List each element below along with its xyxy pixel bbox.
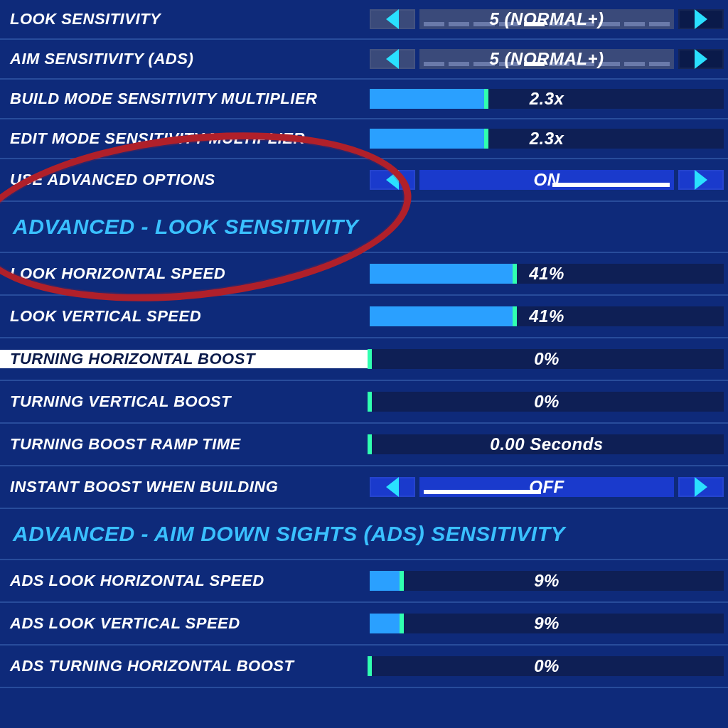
- slider-handle[interactable]: [513, 264, 517, 284]
- slider-handle[interactable]: [368, 349, 372, 369]
- chevron-left-icon[interactable]: [370, 170, 415, 190]
- slider[interactable]: 41%: [370, 264, 728, 284]
- toggle-value: ON: [534, 170, 560, 190]
- slider-track[interactable]: 0%: [370, 656, 724, 676]
- chevron-right-icon[interactable]: [678, 9, 724, 29]
- chevron-left-icon[interactable]: [370, 49, 415, 69]
- toggle-track[interactable]: OFF: [419, 477, 674, 497]
- row-ads-look-horizontal-speed[interactable]: ADS LOOK HORIZONTAL SPEED 9%: [0, 560, 728, 603]
- slider-track[interactable]: 0%: [370, 349, 724, 369]
- chevron-left-icon[interactable]: [370, 477, 415, 497]
- slider-handle[interactable]: [513, 306, 517, 326]
- slider-fill: [370, 129, 486, 149]
- slider-fill: [370, 264, 515, 284]
- row-aim-sensitivity[interactable]: AIM SENSITIVITY (ADS) 5 (NORMAL+): [0, 40, 728, 80]
- slider-fill: [370, 89, 486, 109]
- chevron-left-icon[interactable]: [370, 9, 415, 29]
- slider-track[interactable]: 2.3x: [370, 129, 724, 149]
- label: USE ADVANCED OPTIONS: [0, 171, 370, 189]
- row-ads-turning-horizontal-boost[interactable]: ADS TURNING HORIZONTAL BOOST 0%: [0, 646, 728, 688]
- toggle[interactable]: OFF: [370, 477, 728, 497]
- row-look-vertical-speed[interactable]: LOOK VERTICAL SPEED 41%: [0, 296, 728, 338]
- slider-value: 2.3x: [530, 89, 564, 109]
- label: EDIT MODE SENSITIVITY MULTIPLIER: [0, 129, 370, 148]
- row-look-horizontal-speed[interactable]: LOOK HORIZONTAL SPEED 41%: [0, 253, 728, 296]
- slider[interactable]: 9%: [370, 614, 728, 633]
- slider-value: 0%: [534, 349, 560, 369]
- slider-track[interactable]: 9%: [370, 614, 724, 633]
- stepper-track[interactable]: 5 (NORMAL+): [419, 9, 674, 29]
- row-turning-boost-ramp-time[interactable]: TURNING BOOST RAMP TIME 0.00 Seconds: [0, 424, 728, 466]
- section-header-advanced-ads: ADVANCED - AIM DOWN SIGHTS (ADS) SENSITI…: [0, 509, 728, 560]
- section-header-advanced-look: ADVANCED - LOOK SENSITIVITY: [0, 202, 728, 253]
- row-ads-look-vertical-speed[interactable]: ADS LOOK VERTICAL SPEED 9%: [0, 603, 728, 646]
- slider-fill: [370, 306, 515, 326]
- row-edit-multiplier[interactable]: EDIT MODE SENSITIVITY MULTIPLIER 2.3x: [0, 119, 728, 159]
- slider-fill: [370, 571, 402, 591]
- slider[interactable]: 9%: [370, 571, 728, 591]
- chevron-right-icon[interactable]: [678, 49, 724, 69]
- slider-handle[interactable]: [484, 89, 488, 109]
- label: AIM SENSITIVITY (ADS): [0, 50, 370, 68]
- row-look-sensitivity[interactable]: LOOK SENSITIVITY 5 (NORMAL+): [0, 0, 728, 40]
- label: TURNING BOOST RAMP TIME: [0, 435, 370, 454]
- label: ADS LOOK HORIZONTAL SPEED: [0, 572, 370, 590]
- toggle[interactable]: ON: [370, 170, 728, 190]
- slider[interactable]: 0.00 Seconds: [370, 434, 728, 454]
- slider-value: 0%: [534, 656, 560, 676]
- slider-track[interactable]: 41%: [370, 264, 724, 284]
- slider-handle[interactable]: [400, 571, 404, 591]
- row-turning-horizontal-boost[interactable]: TURNING HORIZONTAL BOOST 0%: [0, 338, 728, 381]
- slider-track[interactable]: 9%: [370, 571, 724, 591]
- settings-screen: LOOK SENSITIVITY 5 (NORMAL+) AIM SENSITI…: [0, 0, 728, 728]
- slider-handle[interactable]: [400, 614, 404, 633]
- toggle-indicator: [424, 490, 541, 494]
- row-use-advanced-options[interactable]: USE ADVANCED OPTIONS ON: [0, 159, 728, 202]
- slider[interactable]: 0%: [370, 656, 728, 676]
- slider-track[interactable]: 0.00 Seconds: [370, 434, 724, 454]
- label: TURNING VERTICAL BOOST: [0, 392, 370, 411]
- stepper-value: 5 (NORMAL+): [490, 9, 604, 29]
- slider[interactable]: 2.3x: [370, 129, 728, 149]
- slider-value: 9%: [534, 614, 560, 633]
- slider-handle[interactable]: [368, 434, 372, 454]
- slider[interactable]: 41%: [370, 306, 728, 326]
- stepper-track[interactable]: 5 (NORMAL+): [419, 49, 674, 69]
- slider[interactable]: 0%: [370, 349, 728, 369]
- stepper[interactable]: 5 (NORMAL+): [370, 49, 728, 69]
- label: ADS LOOK VERTICAL SPEED: [0, 614, 370, 633]
- toggle-track[interactable]: ON: [419, 170, 674, 190]
- slider-value: 9%: [534, 571, 560, 591]
- chevron-right-icon[interactable]: [678, 477, 724, 497]
- stepper[interactable]: 5 (NORMAL+): [370, 9, 728, 29]
- slider-track[interactable]: 0%: [370, 392, 724, 412]
- label: ADS TURNING HORIZONTAL BOOST: [0, 657, 370, 675]
- slider-value: 0.00 Seconds: [490, 434, 603, 454]
- toggle-indicator: [552, 183, 670, 187]
- label: INSTANT BOOST WHEN BUILDING: [0, 478, 370, 496]
- stepper-value: 5 (NORMAL+): [490, 49, 604, 69]
- label: LOOK VERTICAL SPEED: [0, 307, 370, 326]
- slider-track[interactable]: 2.3x: [370, 89, 724, 109]
- chevron-right-icon[interactable]: [678, 170, 724, 190]
- slider-value: 2.3x: [530, 129, 564, 149]
- slider-track[interactable]: 41%: [370, 306, 724, 326]
- row-build-multiplier[interactable]: BUILD MODE SENSITIVITY MULTIPLIER 2.3x: [0, 80, 728, 119]
- slider-fill: [370, 614, 402, 633]
- slider-handle[interactable]: [368, 656, 372, 676]
- slider[interactable]: 2.3x: [370, 89, 728, 109]
- slider-handle[interactable]: [368, 392, 372, 412]
- label: LOOK SENSITIVITY: [0, 10, 370, 28]
- slider[interactable]: 0%: [370, 392, 728, 412]
- slider-value: 41%: [529, 264, 564, 284]
- label: LOOK HORIZONTAL SPEED: [0, 264, 370, 283]
- slider-value: 41%: [529, 306, 564, 326]
- row-instant-boost-when-building[interactable]: INSTANT BOOST WHEN BUILDING OFF: [0, 466, 728, 509]
- slider-handle[interactable]: [484, 129, 488, 149]
- label: TURNING HORIZONTAL BOOST: [0, 350, 370, 368]
- row-turning-vertical-boost[interactable]: TURNING VERTICAL BOOST 0%: [0, 381, 728, 424]
- label: BUILD MODE SENSITIVITY MULTIPLIER: [0, 90, 370, 108]
- slider-value: 0%: [534, 392, 560, 412]
- toggle-value: OFF: [529, 477, 564, 497]
